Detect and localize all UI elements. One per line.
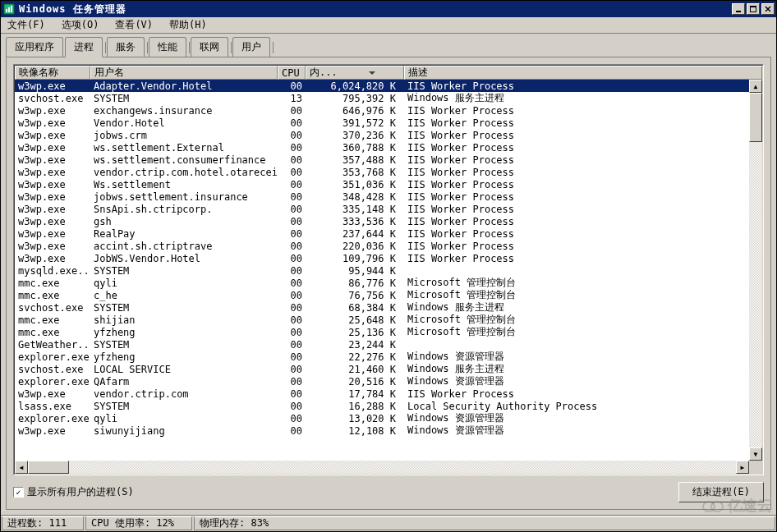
cell-user-name: SnsApi.sh.ctripcorp. — [90, 204, 278, 215]
cell-memory: 76,756 K — [306, 290, 404, 301]
table-row[interactable]: w3wp.exews.settlement.External00360,788 … — [15, 141, 749, 154]
table-row[interactable]: w3wp.exews.settlement.consumerfinance003… — [15, 154, 749, 166]
table-row[interactable]: w3wp.exeRealPay00237,644 KIIS Worker Pro… — [15, 227, 749, 240]
scroll-down-button[interactable]: ▼ — [749, 447, 762, 461]
menu-options[interactable]: 选项(O) — [58, 16, 103, 34]
tab-networking[interactable]: 联网 — [191, 37, 228, 57]
cell-cpu: 00 — [278, 277, 306, 289]
cell-user-name: ws.settlement.consumerfinance — [90, 154, 278, 166]
cell-description: IIS Worker Process — [404, 228, 749, 240]
table-row[interactable]: w3wp.exejobws.crm00370,236 KIIS Worker P… — [15, 129, 749, 141]
col-description[interactable]: 描述 — [404, 66, 762, 80]
table-row[interactable]: w3wp.exeJobWS.Vendor.Hotel00109,796 KIIS… — [15, 252, 749, 264]
cell-description: IIS Worker Process — [404, 241, 749, 252]
tab-users[interactable]: 用户 — [232, 37, 270, 57]
cell-user-name: gsh — [90, 216, 278, 227]
col-memory[interactable]: 内... — [306, 66, 404, 80]
table-row[interactable]: svchost.exeSYSTEM0068,384 KWindows 服务主进程 — [15, 301, 749, 314]
cell-memory: 348,428 K — [306, 191, 404, 203]
hscroll-thumb[interactable] — [28, 461, 69, 474]
menu-help[interactable]: 帮助(H) — [166, 16, 210, 34]
cell-image-name: lsass.exe — [15, 401, 90, 412]
table-row[interactable]: w3wp.exegsh00333,536 KIIS Worker Process — [15, 215, 749, 227]
scroll-up-button[interactable]: ▲ — [749, 80, 762, 93]
table-row[interactable]: explorer.exeQAfarm0020,516 KWindows 资源管理… — [15, 375, 749, 388]
cell-image-name: w3wp.exe — [15, 154, 90, 166]
col-cpu[interactable]: CPU — [278, 66, 306, 80]
cell-cpu: 00 — [278, 154, 306, 166]
table-row[interactable]: w3wp.exesiwunyijiang0012,108 KWindows 资源… — [15, 424, 749, 437]
table-row[interactable]: w3wp.exejobws.settlement.insurance00348,… — [15, 190, 749, 203]
hscroll-left-button[interactable]: ◀ — [15, 461, 28, 474]
tab-performance[interactable]: 性能 — [149, 37, 186, 57]
table-row[interactable]: w3wp.exeVendor.Hotel00391,572 KIIS Worke… — [15, 117, 749, 129]
vertical-scrollbar[interactable]: ▲ ▼ — [749, 80, 762, 461]
minimize-button[interactable] — [732, 3, 745, 15]
window-title: Windows 任务管理器 — [19, 2, 732, 16]
scroll-thumb[interactable] — [749, 93, 762, 142]
process-list: 映像名称 用户名 CPU 内... 描述 w3wp.exeAdapter.Ven… — [13, 64, 764, 475]
table-row[interactable]: mmc.exeshijian0025,648 KMicrosoft 管理控制台 — [15, 314, 749, 326]
cell-description: IIS Worker Process — [404, 204, 749, 215]
table-row[interactable]: explorer.exeqyli0013,020 KWindows 资源管理器 — [15, 412, 749, 424]
hscroll-right-button[interactable]: ▶ — [736, 461, 749, 474]
cell-memory: 353,768 K — [306, 167, 404, 178]
cell-user-name: shijian — [90, 314, 278, 326]
table-row[interactable]: w3wp.exevendor.ctrip.com.hotel.otareceiv… — [15, 166, 749, 178]
cell-cpu: 00 — [278, 314, 306, 326]
cell-cpu: 00 — [278, 204, 306, 215]
cell-memory: 357,488 K — [306, 154, 404, 166]
table-row[interactable]: w3wp.exeAdapter.Vendor.Hotel006,024,820 … — [15, 80, 749, 92]
cell-image-name: w3wp.exe — [15, 167, 90, 178]
tab-services[interactable]: 服务 — [107, 37, 145, 57]
cell-image-name: w3wp.exe — [15, 253, 90, 264]
table-row[interactable]: w3wp.exeSnsApi.sh.ctripcorp.00335,148 KI… — [15, 203, 749, 215]
cell-user-name: ws.settlement.External — [90, 142, 278, 154]
show-all-users-checkbox[interactable]: ✓ 显示所有用户的进程(S) — [13, 485, 134, 499]
cell-cpu: 00 — [278, 216, 306, 227]
cell-cpu: 13 — [278, 93, 306, 104]
col-user-name[interactable]: 用户名 — [90, 66, 278, 80]
table-row[interactable]: w3wp.exeexchangews.insurance00646,976 KI… — [15, 104, 749, 117]
process-rows[interactable]: w3wp.exeAdapter.Vendor.Hotel006,024,820 … — [15, 80, 749, 461]
table-row[interactable]: mmc.exec_he0076,756 KMicrosoft 管理控制台 — [15, 289, 749, 301]
cell-user-name: accint.sh.ctriptrave — [90, 241, 278, 252]
table-row[interactable]: w3wp.exevendor.ctrip.com0017,784 KIIS Wo… — [15, 388, 749, 400]
table-row[interactable]: GetWeather...SYSTEM0023,244 K — [15, 338, 749, 351]
tab-applications[interactable]: 应用程序 — [6, 37, 63, 57]
cell-description: Windows 资源管理器 — [404, 424, 749, 438]
col-image-name[interactable]: 映像名称 — [15, 66, 90, 80]
scroll-track[interactable] — [749, 93, 762, 447]
hscroll-track[interactable] — [28, 461, 736, 474]
table-row[interactable]: svchost.exeSYSTEM13795,392 KWindows 服务主进… — [15, 92, 749, 104]
cell-image-name: mysqld.exe... — [15, 265, 90, 277]
table-row[interactable]: w3wp.exeWs.settlement00351,036 KIIS Work… — [15, 178, 749, 190]
cell-memory: 370,236 K — [306, 130, 404, 141]
cell-user-name: c_he — [90, 290, 278, 301]
table-row[interactable]: mmc.exeqyli0086,776 KMicrosoft 管理控制台 — [15, 277, 749, 289]
cell-user-name: SYSTEM — [90, 93, 278, 104]
checkbox-icon: ✓ — [13, 487, 24, 498]
cell-user-name: SYSTEM — [90, 302, 278, 314]
cell-memory: 391,572 K — [306, 117, 404, 129]
table-row[interactable]: svchost.exeLOCAL SERVICE0021,460 KWindow… — [15, 363, 749, 375]
table-row[interactable]: explorer.exeyfzheng0022,276 KWindows 资源管… — [15, 351, 749, 363]
maximize-button[interactable] — [747, 3, 760, 15]
table-row[interactable]: lsass.exeSYSTEM0016,288 KLocal Security … — [15, 400, 749, 412]
cell-memory: 360,788 K — [306, 142, 404, 154]
status-cpu: CPU 使用率: 12% — [85, 516, 192, 530]
menu-file[interactable]: 文件(F) — [4, 16, 48, 34]
table-row[interactable]: mysqld.exe...SYSTEM0095,944 K — [15, 264, 749, 277]
menu-view[interactable]: 查看(V) — [112, 16, 156, 34]
cell-cpu: 00 — [278, 425, 306, 437]
cell-user-name: SYSTEM — [90, 339, 278, 351]
table-row[interactable]: mmc.exeyfzheng0025,136 KMicrosoft 管理控制台 — [15, 326, 749, 338]
titlebar[interactable]: Windows 任务管理器 — [1, 1, 776, 17]
table-row[interactable]: w3wp.exeaccint.sh.ctriptrave00220,036 KI… — [15, 240, 749, 252]
horizontal-scrollbar[interactable]: ◀ ▶ — [15, 461, 749, 474]
cell-description: IIS Worker Process — [404, 253, 749, 264]
cell-image-name: explorer.exe — [15, 376, 90, 388]
end-process-button[interactable]: 结束进程(E) — [678, 482, 764, 502]
close-button[interactable] — [761, 3, 775, 15]
tab-processes[interactable]: 进程 — [65, 37, 103, 57]
